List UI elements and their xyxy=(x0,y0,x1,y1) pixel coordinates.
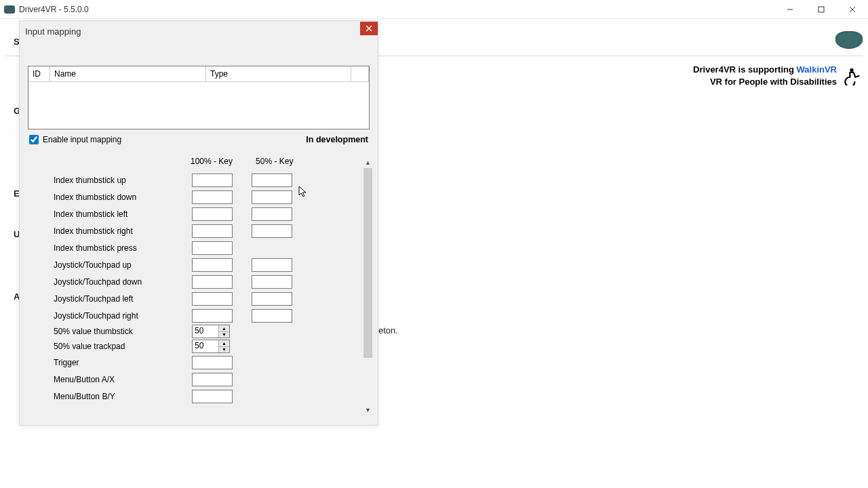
mapping-row: Menu/Button B/Y xyxy=(22,388,375,405)
close-button[interactable] xyxy=(837,0,868,19)
promo-line1-prefix: Driver4VR is supporting xyxy=(693,64,796,75)
table-header-name: Name xyxy=(50,66,206,81)
mapping-row: Index thumbstick left xyxy=(22,205,375,222)
mapping-label: Menu/Button A/X xyxy=(54,375,192,384)
key-input-100[interactable] xyxy=(192,241,233,255)
svg-point-4 xyxy=(850,68,853,72)
key-input-100[interactable] xyxy=(192,373,233,386)
in-development-label: In development xyxy=(306,135,368,144)
key-input-100[interactable] xyxy=(192,356,233,369)
mapping-label: Trigger xyxy=(54,358,192,367)
key-input-100[interactable] xyxy=(192,275,233,289)
mapping-row: Index thumbstick press xyxy=(22,239,375,256)
enable-input-mapping-checkbox[interactable] xyxy=(29,135,39,144)
value-spinner[interactable]: 50▲▼ xyxy=(192,325,230,338)
key-input-50[interactable] xyxy=(252,207,292,221)
mapping-row: Trigger xyxy=(22,354,375,371)
mapping-label: 50% value trackpad xyxy=(54,342,192,351)
mapping-scroll-area: 100% - Key 50% - Key Index thumbstick up… xyxy=(22,157,375,415)
promo-banner: Driver4VR is supporting WalkinVR VR for … xyxy=(693,64,861,88)
scroll-up-arrow[interactable]: ▲ xyxy=(362,157,374,168)
key-input-100[interactable] xyxy=(192,207,233,221)
mapping-row: Joystick/Touchpad left xyxy=(22,290,375,307)
mapping-label: Menu/Button B/Y xyxy=(54,392,192,401)
scroll-thumb[interactable] xyxy=(363,168,372,358)
spinner-value[interactable]: 50 xyxy=(193,340,218,352)
column-header-50: 50% - Key xyxy=(256,157,293,166)
mapping-row: Joystick/Touchpad up xyxy=(22,256,375,273)
maximize-button[interactable] xyxy=(806,0,837,19)
mapping-label: Joystick/Touchpad down xyxy=(54,277,192,287)
brand-logo xyxy=(835,31,863,49)
key-input-50[interactable] xyxy=(252,190,292,204)
window-controls xyxy=(774,0,868,19)
mapping-row: Index thumbstick up xyxy=(22,171,375,188)
mapping-label: Index thumbstick press xyxy=(54,243,192,253)
column-header-100: 100% - Key xyxy=(191,157,233,166)
mapping-row: Index thumbstick down xyxy=(22,188,375,205)
walkinvr-link[interactable]: WalkinVR xyxy=(797,64,837,75)
key-input-100[interactable] xyxy=(192,224,233,238)
key-input-100[interactable] xyxy=(192,309,233,323)
dialog-close-button[interactable] xyxy=(360,22,378,35)
mapping-row: Index thumbstick right xyxy=(22,222,375,239)
key-input-100[interactable] xyxy=(192,174,233,187)
spinner-value[interactable]: 50 xyxy=(193,325,218,338)
key-input-50[interactable] xyxy=(252,174,292,187)
key-input-100[interactable] xyxy=(192,258,233,272)
table-header-type: Type xyxy=(206,66,351,81)
mapping-row: Joystick/Touchpad down xyxy=(22,273,375,290)
key-input-50[interactable] xyxy=(252,292,292,306)
mapping-label: Index thumbstick up xyxy=(54,176,192,185)
enable-input-mapping-label: Enable input mapping xyxy=(43,135,121,144)
scroll-down-arrow[interactable]: ▼ xyxy=(362,404,374,415)
promo-line2: VR for People with Disabilities xyxy=(693,76,837,88)
mapping-label: Index thumbstick down xyxy=(54,192,192,202)
mapping-row: Joystick/Touchpad right xyxy=(22,307,375,324)
mapping-label: Joystick/Touchpad right xyxy=(54,311,192,321)
minimize-button[interactable] xyxy=(774,0,806,19)
svg-rect-1 xyxy=(818,7,824,12)
titlebar: Driver4VR - 5.5.0.0 xyxy=(0,0,868,19)
mapping-label: Index thumbstick left xyxy=(54,209,192,219)
spinner-down[interactable]: ▼ xyxy=(219,347,229,353)
dialog-title: Input mapping xyxy=(25,26,81,37)
key-input-50[interactable] xyxy=(252,309,292,323)
table-header-id: ID xyxy=(28,66,50,81)
truncated-text: eton. xyxy=(378,325,398,336)
window-title: Driver4VR - 5.5.0.0 xyxy=(19,5,89,14)
mapping-row: Menu/Button A/X xyxy=(22,371,375,388)
value-spinner[interactable]: 50▲▼ xyxy=(192,340,230,353)
key-input-100[interactable] xyxy=(192,292,233,306)
app-icon xyxy=(4,5,15,14)
mapping-label: Index thumbstick right xyxy=(54,226,192,236)
scrollbar[interactable]: ▲ ▼ xyxy=(362,157,374,415)
key-input-50[interactable] xyxy=(252,275,292,289)
table-header-spacer xyxy=(351,66,369,81)
spinner-down[interactable]: ▼ xyxy=(219,332,229,338)
key-input-100[interactable] xyxy=(192,390,233,403)
main-area: Driver4VR is supporting WalkinVR VR for … xyxy=(0,19,868,488)
key-input-50[interactable] xyxy=(252,258,292,272)
mapping-label: 50% value thumbstick xyxy=(54,327,192,336)
key-input-100[interactable] xyxy=(192,190,233,204)
input-mapping-dialog: Input mapping ID Name Type Enable input … xyxy=(19,20,378,426)
spinner-up[interactable]: ▲ xyxy=(219,325,229,332)
mapping-label: Joystick/Touchpad left xyxy=(54,294,192,304)
device-table[interactable]: ID Name Type xyxy=(28,66,370,129)
mapping-label: Joystick/Touchpad up xyxy=(54,260,192,270)
accessibility-icon xyxy=(842,66,861,85)
key-input-50[interactable] xyxy=(252,224,292,238)
mapping-row: 50% value thumbstick50▲▼ xyxy=(22,324,375,339)
mapping-row: 50% value trackpad50▲▼ xyxy=(22,339,375,354)
spinner-up[interactable]: ▲ xyxy=(219,340,229,347)
